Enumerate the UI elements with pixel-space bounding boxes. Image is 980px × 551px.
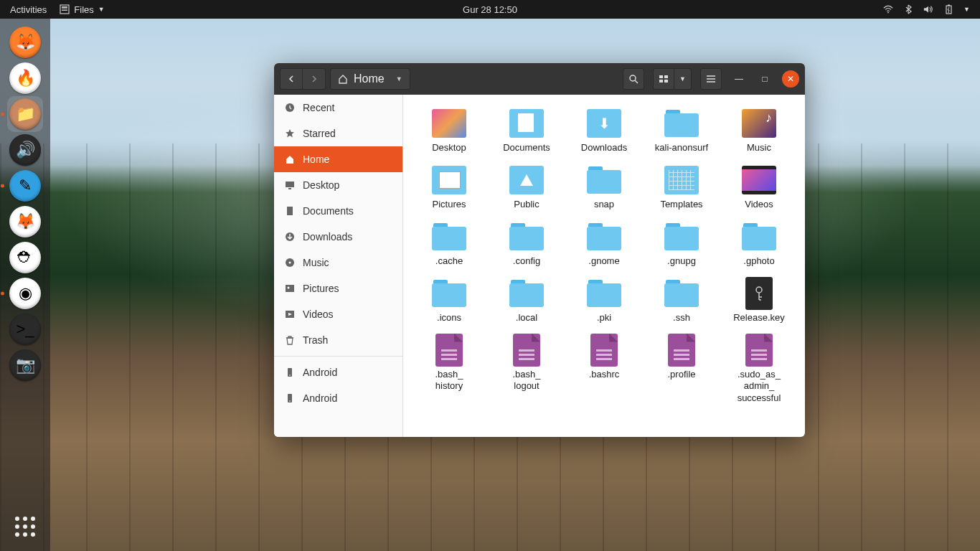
templates-icon <box>664 164 699 196</box>
file-item[interactable]: .ssh <box>643 275 720 327</box>
file-label: Release.key <box>733 312 785 324</box>
svg-rect-14 <box>288 188 291 189</box>
camera-icon: 📷 <box>9 349 41 381</box>
file-item[interactable]: Public <box>488 161 565 214</box>
svg-point-18 <box>289 262 291 264</box>
file-item[interactable]: .config <box>488 218 565 270</box>
sidebar-item-home[interactable]: Home <box>274 146 402 172</box>
file-item[interactable]: .bashrc <box>565 331 643 408</box>
file-item[interactable]: kali-anonsurf <box>643 105 720 157</box>
sidebar-item-starred[interactable]: Starred <box>274 121 402 146</box>
file-item[interactable]: .sudo_as_ admin_ successful <box>720 331 798 408</box>
file-label: Documents <box>503 142 550 154</box>
dock-item-chrome[interactable]: ◉ <box>7 276 43 311</box>
svg-point-4 <box>887 12 889 14</box>
sidebar-item-recent[interactable]: Recent <box>274 95 402 121</box>
dock-item-software[interactable]: 🦊 <box>7 204 43 240</box>
show-applications-button[interactable] <box>9 511 41 542</box>
dock-item-gnome-web[interactable]: 🔥 <box>7 60 43 96</box>
system-menu-dropdown-icon[interactable]: ▼ <box>963 6 970 13</box>
svg-point-23 <box>289 375 291 376</box>
sidebar-item-downloads[interactable]: Downloads <box>274 224 402 250</box>
view-toggle-button[interactable] <box>653 68 674 90</box>
sidebar-item-label: Pictures <box>303 283 339 294</box>
activities-button[interactable]: Activities <box>10 4 47 15</box>
file-item[interactable]: .bash_ logout <box>488 331 565 408</box>
file-label: Pictures <box>433 199 466 211</box>
svg-rect-19 <box>286 285 294 292</box>
rhythmbox-icon: 🔊 <box>9 134 41 166</box>
volume-icon[interactable] <box>923 4 933 14</box>
phone-icon <box>284 367 296 378</box>
sidebar-item-trash[interactable]: Trash <box>274 327 402 353</box>
svg-rect-10 <box>659 80 663 83</box>
view-options-button[interactable]: ▼ <box>674 68 692 90</box>
file-item[interactable]: .gnome <box>565 218 643 270</box>
dock-item-gedit[interactable]: ✎ <box>7 168 43 204</box>
svg-rect-3 <box>62 10 67 11</box>
file-item[interactable]: Release.key <box>720 275 798 327</box>
file-item[interactable]: .bash_ history <box>410 331 488 408</box>
videos-icon <box>741 164 777 196</box>
sidebar-item-music[interactable]: Music <box>274 250 402 276</box>
folder-icon <box>664 108 699 139</box>
bluetooth-icon[interactable] <box>903 4 913 14</box>
dock-item-files[interactable]: 📁 <box>7 96 43 132</box>
file-item[interactable]: ⬇Downloads <box>565 105 643 157</box>
sidebar-item-documents[interactable]: Documents <box>274 198 402 224</box>
dock-item-rhythmbox[interactable]: 🔊 <box>7 132 43 168</box>
svg-rect-8 <box>659 75 663 78</box>
dock-item-firefox[interactable]: 🦊 <box>7 24 43 60</box>
titlebar: Home ▼ ▼ — □ ✕ <box>274 63 805 95</box>
file-label: kali-anonsurf <box>655 142 708 154</box>
file-item[interactable]: .icons <box>410 275 488 327</box>
clock[interactable]: Gur 28 12:50 <box>463 4 517 15</box>
sidebar-item-label: Videos <box>303 309 334 320</box>
file-label: .ssh <box>673 312 690 324</box>
dock-item-terminal[interactable]: >_ <box>7 311 43 347</box>
sidebar-item-desktop[interactable]: Desktop <box>274 172 402 198</box>
back-button[interactable] <box>280 68 303 90</box>
star-icon <box>284 128 296 139</box>
file-item[interactable]: .local <box>488 275 565 327</box>
gedit-icon: ✎ <box>9 170 41 202</box>
file-item[interactable]: Documents <box>488 105 565 157</box>
sidebar-item-android[interactable]: Android <box>274 385 402 411</box>
file-item[interactable]: .cache <box>410 218 488 270</box>
battery-icon[interactable] <box>943 4 953 14</box>
folder-icon <box>431 221 467 253</box>
file-item[interactable]: Pictures <box>410 161 488 214</box>
download-icon: ⬇ <box>586 108 622 139</box>
file-item[interactable]: Videos <box>720 161 798 214</box>
wifi-icon[interactable] <box>883 4 893 14</box>
search-button[interactable] <box>623 68 644 90</box>
file-grid[interactable]: DesktopDocuments⬇Downloadskali-anonsurfM… <box>403 95 805 437</box>
doc-icon <box>509 334 545 366</box>
file-item[interactable]: .gnupg <box>643 218 720 270</box>
minimize-button[interactable]: — <box>730 70 748 88</box>
dock-item-help[interactable]: ⛑ <box>7 240 43 276</box>
file-item[interactable]: Music <box>720 105 798 157</box>
hamburger-menu-button[interactable] <box>700 68 722 90</box>
folder-icon <box>431 278 467 309</box>
file-label: .local <box>516 312 537 324</box>
maximize-button[interactable]: □ <box>756 70 773 88</box>
forward-button[interactable] <box>303 68 326 90</box>
trash-icon <box>284 334 296 346</box>
app-menu[interactable]: Files ▼ <box>60 4 104 15</box>
file-item[interactable]: .pki <box>565 275 643 327</box>
file-item[interactable]: Templates <box>643 161 720 214</box>
dock-item-camera[interactable]: 📷 <box>7 347 43 383</box>
file-item[interactable]: snap <box>565 161 643 214</box>
clock-icon <box>284 102 296 113</box>
file-item[interactable]: .gphoto <box>720 218 798 270</box>
file-item[interactable]: Desktop <box>410 105 488 157</box>
path-bar[interactable]: Home ▼ <box>330 68 410 90</box>
sidebar-item-videos[interactable]: Videos <box>274 301 402 327</box>
file-item[interactable]: .profile <box>643 331 720 408</box>
sidebar-item-pictures[interactable]: Pictures <box>274 276 402 301</box>
sidebar-item-android[interactable]: Android <box>274 359 402 385</box>
close-button[interactable]: ✕ <box>782 70 799 88</box>
folder-icon <box>664 221 699 253</box>
sidebar-item-label: Android <box>303 367 337 378</box>
